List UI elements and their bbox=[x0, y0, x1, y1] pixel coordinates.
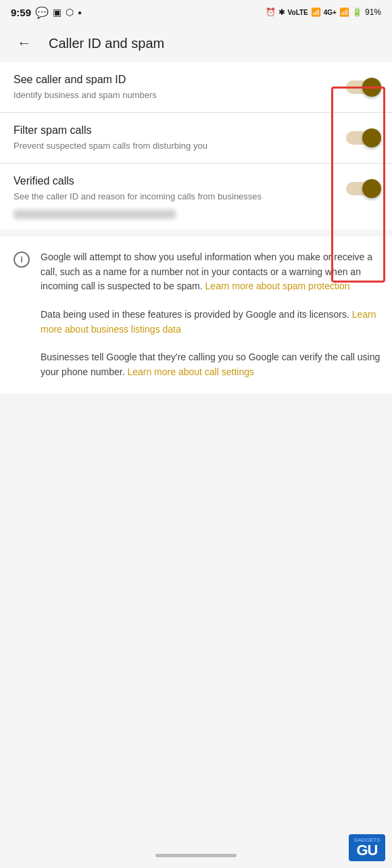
app-icon: ⬡ bbox=[66, 7, 74, 18]
volte-icon: VoLTE bbox=[288, 9, 308, 16]
wifi-icon: 📶 bbox=[311, 7, 321, 17]
more-icon: ● bbox=[78, 9, 82, 16]
toggle-thumb-caller-id bbox=[362, 78, 381, 97]
setting-item-caller-id[interactable]: See caller and spam ID Identify business… bbox=[0, 62, 392, 113]
info-paragraphs: Google will attempt to show you useful i… bbox=[41, 250, 381, 380]
setting-desc-verified-calls: See the caller ID and reason for incomin… bbox=[14, 191, 338, 203]
bluetooth-icon: ✱ bbox=[278, 7, 285, 17]
whatsapp-icon: 💬 bbox=[35, 6, 49, 19]
toggle-verified-calls[interactable] bbox=[346, 179, 381, 198]
toggle-filter-spam[interactable] bbox=[346, 128, 381, 147]
setting-item-filter-spam[interactable]: Filter spam calls Prevent suspected spam… bbox=[0, 113, 392, 164]
network-icon: 4G+ bbox=[324, 9, 337, 16]
toggle-caller-id[interactable] bbox=[346, 78, 381, 97]
setting-item-verified-calls[interactable]: Verified calls See the caller ID and rea… bbox=[0, 164, 392, 230]
back-button[interactable]: ← bbox=[11, 30, 38, 57]
info-icon: i bbox=[14, 251, 30, 268]
setting-text-caller-id: See caller and spam ID Identify business… bbox=[14, 73, 346, 101]
alarm-icon: ⏰ bbox=[266, 7, 276, 17]
page-title: Caller ID and spam bbox=[49, 36, 164, 51]
message-icon: ▣ bbox=[53, 7, 62, 18]
info-content: i Google will attempt to show you useful… bbox=[14, 250, 381, 380]
signal-icon: 📶 bbox=[339, 7, 349, 17]
settings-list: See caller and spam ID Identify business… bbox=[0, 62, 392, 230]
setting-text-verified-calls: Verified calls See the caller ID and rea… bbox=[14, 174, 346, 203]
setting-title-filter-spam: Filter spam calls bbox=[14, 124, 338, 138]
learn-more-spam-link[interactable]: Learn more about spam protection bbox=[205, 281, 350, 291]
status-bar: 9:59 💬 ▣ ⬡ ● ⏰ ✱ VoLTE 📶 4G+ 📶 🔋 91% bbox=[0, 0, 392, 24]
info-section: i Google will attempt to show you useful… bbox=[0, 237, 392, 393]
toggle-thumb-filter-spam bbox=[362, 128, 381, 147]
toggle-thumb-verified-calls bbox=[362, 179, 381, 198]
learn-more-call-settings-link[interactable]: Learn more about call settings bbox=[127, 366, 254, 377]
battery-percent: 91% bbox=[365, 7, 381, 17]
setting-desc-filter-spam: Prevent suspected spam calls from distur… bbox=[14, 140, 338, 152]
setting-title-verified-calls: Verified calls bbox=[14, 174, 338, 189]
setting-title-caller-id: See caller and spam ID bbox=[14, 73, 338, 87]
info-para-2-text: Data being used in these features is pro… bbox=[41, 309, 352, 320]
setting-desc-caller-id: Identify business and spam numbers bbox=[14, 89, 338, 101]
battery-icon: 🔋 bbox=[352, 7, 362, 17]
page-header: ← Caller ID and spam bbox=[0, 24, 392, 62]
status-time: 9:59 bbox=[11, 7, 31, 18]
info-para-1: Google will attempt to show you useful i… bbox=[41, 250, 381, 294]
info-para-3: Businesses tell Google that they're call… bbox=[41, 350, 381, 379]
watermark: GADGETS GU bbox=[349, 834, 385, 861]
info-para-2: Data being used in these features is pro… bbox=[41, 308, 381, 337]
blurred-info-text bbox=[14, 210, 176, 219]
setting-text-filter-spam: Filter spam calls Prevent suspected spam… bbox=[14, 124, 346, 152]
back-arrow-icon: ← bbox=[17, 34, 32, 52]
bottom-gesture-bar bbox=[155, 854, 237, 857]
status-icons: ⏰ ✱ VoLTE 📶 4G+ 📶 🔋 91% bbox=[266, 7, 381, 17]
